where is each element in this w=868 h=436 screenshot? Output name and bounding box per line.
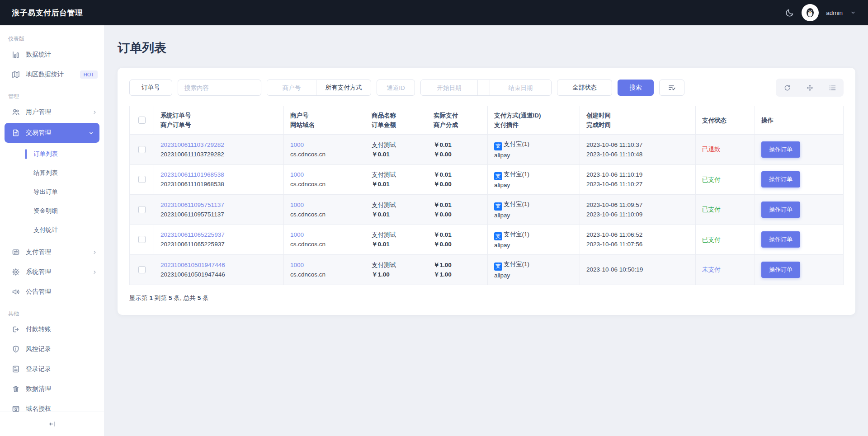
product-name: 支付测试 [372, 200, 420, 210]
crescent-moon-icon[interactable] [785, 8, 794, 17]
merchant-id-link[interactable]: 1000 [290, 170, 359, 179]
col-product: 商品名称订单金额 [365, 106, 427, 135]
order-type-select[interactable]: 订单号 [129, 80, 172, 96]
sys-order-link[interactable]: 2023100611101968538 [160, 170, 277, 179]
order-amount: ￥0.01 [372, 210, 420, 219]
order-amount: ￥0.01 [372, 239, 420, 249]
search-input[interactable] [178, 80, 261, 96]
col-times: 创建时间完成时间 [580, 106, 696, 135]
pay-plugin: alipay [494, 211, 573, 220]
transfer-icon [12, 248, 20, 256]
end-date-input[interactable] [490, 80, 551, 95]
shield-icon [12, 345, 20, 353]
row-checkbox[interactable] [138, 176, 146, 183]
sidebar-item-user-management[interactable]: 用户管理 [0, 102, 104, 122]
pay-plugin: alipay [494, 150, 573, 160]
sidebar-subitem-payment-stats[interactable]: 支付统计 [26, 220, 104, 239]
completed-time: 2023-10-06 11:10:48 [586, 150, 689, 159]
topbar: 浪子易支付后台管理 admin [0, 0, 868, 25]
status-select[interactable]: 全部状态 [557, 80, 612, 96]
sidebar-subitem-fund-details[interactable]: 资金明细 [26, 202, 104, 220]
trash-icon [12, 385, 20, 393]
pay-method-select[interactable]: 所有支付方式 [316, 80, 371, 95]
operate-order-button[interactable]: 操作订单 [761, 202, 800, 218]
filter-button[interactable] [659, 80, 684, 96]
sys-order-link[interactable]: 2023100611103729282 [160, 140, 277, 150]
merchant-id-link[interactable]: 1000 [290, 140, 359, 150]
sidebar-item-payout-transfer[interactable]: 付款转账 [0, 319, 104, 339]
operate-order-button[interactable]: 操作订单 [761, 262, 800, 278]
sidebar-item-label: 用户管理 [26, 108, 51, 116]
sidebar-item-data-cleanup[interactable]: 数据清理 [0, 379, 104, 399]
sys-order-link[interactable]: 2023100611095751137 [160, 200, 277, 210]
col-pay-method: 支付方式(通道ID)支付插件 [488, 106, 580, 135]
operate-order-button[interactable]: 操作订单 [761, 141, 800, 158]
created-time: 2023-10-06 11:09:57 [586, 200, 689, 210]
merchant-share: ￥0.00 [434, 150, 481, 159]
sidebar-item-system-management[interactable]: 系统管理 [0, 262, 104, 282]
main-content: 订单列表 订单号 所有支付方式 [104, 25, 868, 436]
sidebar-item-announcement-management[interactable]: 公告管理 [0, 282, 104, 302]
merchant-id-link[interactable]: 1000 [290, 230, 359, 239]
avatar[interactable] [802, 4, 819, 21]
order-type-value: 订单号 [142, 84, 160, 92]
sidebar-item-login-records[interactable]: 登录记录 [0, 359, 104, 379]
row-checkbox[interactable] [138, 236, 146, 243]
created-time: 2023-10-06 11:10:19 [586, 170, 689, 179]
search-button[interactable]: 搜索 [618, 80, 654, 96]
row-checkbox[interactable] [138, 266, 146, 273]
expand-arrows-icon[interactable] [798, 79, 821, 97]
start-date-input[interactable] [421, 80, 477, 95]
table-row: 2023100611103729282 2023100611103729282 … [130, 135, 844, 165]
alipay-icon: 支 [494, 232, 502, 240]
row-checkbox[interactable] [138, 146, 146, 153]
table-header-row: 系统订单号商户订单号 商户号网站域名 商品名称订单金额 实际支付商户分成 支付方… [130, 106, 844, 135]
refresh-icon[interactable] [776, 79, 798, 97]
operate-order-button[interactable]: 操作订单 [761, 231, 800, 248]
table-row: 2023100611101968538 2023100611101968538 … [130, 164, 844, 195]
merchant-order: 2023100611101968538 [160, 179, 277, 189]
pay-method: 支付宝(1) [504, 201, 529, 207]
sys-order-link[interactable]: 2023100611065225937 [160, 230, 277, 239]
username[interactable]: admin [826, 9, 843, 16]
sidebar-item-risk-records[interactable]: 风控记录 [0, 339, 104, 359]
row-checkbox[interactable] [138, 206, 146, 213]
merchant-order: 2023100611103729282 [160, 150, 277, 159]
subitem-label: 资金明细 [33, 207, 58, 215]
merchant-order: 2023100611065225937 [160, 239, 277, 249]
sidebar-subitem-order-list[interactable]: 订单列表 [26, 145, 104, 164]
merchant-id-link[interactable]: 1000 [290, 260, 359, 270]
subitem-label: 结算列表 [33, 169, 58, 177]
merchant-id-link[interactable]: 1000 [290, 200, 359, 210]
sidebar-collapse-button[interactable] [0, 412, 104, 436]
sidebar-item-data-stats[interactable]: 数据统计 [0, 45, 104, 65]
bar-chart-icon [12, 51, 20, 59]
merchant-input[interactable] [267, 80, 316, 95]
sidebar-item-payment-management[interactable]: 支付管理 [0, 242, 104, 262]
status-value: 全部状态 [572, 84, 597, 92]
sidebar-subitem-settlement-list[interactable]: 结算列表 [26, 164, 104, 183]
sidebar-item-region-stats[interactable]: 地区数据统计 HOT [0, 65, 104, 84]
file-text-icon [12, 129, 20, 137]
sys-order-link[interactable]: 2023100610501947446 [160, 260, 277, 270]
column-list-icon[interactable] [821, 79, 844, 97]
sidebar-item-label: 支付管理 [26, 248, 51, 256]
table-row: 2023100611095751137 2023100611095751137 … [130, 195, 844, 225]
col-status: 支付状态 [696, 106, 755, 135]
status-badge: 已退款 [702, 146, 721, 153]
status-badge: 已支付 [702, 206, 721, 213]
sidebar-item-domain-authorization[interactable]: 域名授权 [0, 399, 104, 412]
created-time: 2023-10-06 11:10:37 [586, 140, 689, 150]
merchant-order: 2023100611095751137 [160, 210, 277, 219]
product-name: 支付测试 [372, 260, 420, 270]
sidebar-subitem-export-orders[interactable]: 导出订单 [26, 183, 104, 202]
operate-order-button[interactable]: 操作订单 [761, 171, 800, 188]
sidebar-item-label: 域名授权 [26, 405, 51, 412]
sidebar-item-trade-management[interactable]: 交易管理 [5, 123, 99, 143]
product-name: 支付测试 [372, 170, 420, 179]
select-all-checkbox[interactable] [138, 117, 146, 124]
sidebar-item-label: 付款转账 [26, 325, 51, 333]
merchant-share: ￥0.00 [434, 239, 481, 249]
channel-input[interactable] [377, 80, 415, 96]
pay-method: 支付宝(1) [504, 171, 529, 178]
